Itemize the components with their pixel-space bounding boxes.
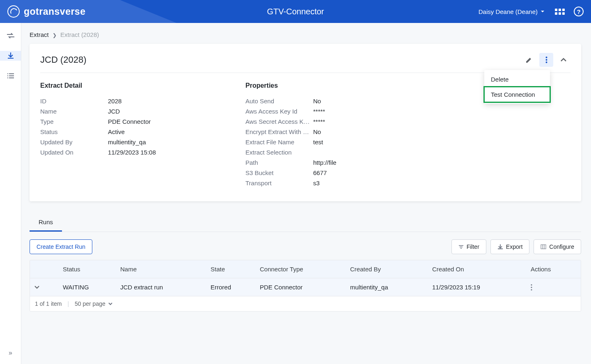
menu-item-delete[interactable]: Delete (484, 72, 550, 87)
table-row[interactable]: WAITING JCD extract run Errored PDE Conn… (30, 278, 581, 296)
breadcrumb: Extract ❯ Extract (2028) (30, 31, 581, 38)
chevron-down-icon (108, 302, 113, 305)
runs-table: Status Name State Connector Type Created… (30, 260, 581, 312)
help-icon[interactable]: ? (574, 7, 584, 16)
item-count: 1 of 1 item (35, 300, 62, 307)
brand-wedge: gotransverse (0, 0, 176, 23)
svg-point-2 (545, 61, 547, 63)
cell-connector-type: PDE Connector (256, 284, 346, 291)
cell-created-on: 11/29/2023 15:19 (428, 284, 527, 291)
property-row: Aws Access Key Id***** (245, 106, 418, 116)
detail-row: TypePDE Connector (40, 116, 213, 127)
svg-point-4 (531, 284, 532, 285)
extract-card: JCD (2028) Delete Test Connection (30, 44, 581, 201)
property-row: Aws Secret Access K…***** (245, 116, 418, 127)
collapse-button[interactable] (557, 53, 570, 67)
pencil-icon (525, 56, 533, 64)
svg-rect-3 (541, 245, 546, 249)
sidebar-item-list[interactable] (6, 72, 15, 80)
table-header: Status Name State Connector Type Created… (30, 260, 581, 278)
cell-actions[interactable] (527, 284, 568, 291)
cell-status: WAITING (59, 284, 116, 291)
col-status[interactable]: Status (59, 266, 116, 273)
col-actions: Actions (527, 266, 568, 273)
filter-button[interactable]: Filter (451, 239, 486, 254)
properties-heading: Properties (245, 82, 418, 89)
extract-detail-heading: Extract Detail (40, 82, 213, 89)
topbar-right: Daisy Deane (Deane) ? (479, 7, 584, 16)
card-actions: Delete Test Connection (522, 53, 570, 67)
col-connector-type[interactable]: Connector Type (256, 266, 346, 273)
property-row: Transports3 (245, 178, 418, 188)
brand-name: gotransverse (24, 6, 85, 17)
caret-down-icon (539, 8, 546, 15)
chevron-up-icon (560, 57, 567, 62)
property-row: Pathhttp://file (245, 157, 418, 168)
breadcrumb-root[interactable]: Extract (30, 31, 49, 38)
user-menu[interactable]: Daisy Deane (Deane) (479, 8, 546, 15)
filter-icon (458, 245, 464, 249)
col-created-on[interactable]: Created On (428, 266, 527, 273)
actions-menu: Delete Test Connection (484, 70, 550, 104)
property-row: Extract Selection (245, 147, 418, 157)
col-created-by[interactable]: Created By (346, 266, 428, 273)
main-content: Extract ❯ Extract (2028) JCD (2028) (21, 23, 591, 364)
svg-point-1 (545, 59, 547, 61)
export-button[interactable]: Export (490, 239, 529, 254)
download-icon (497, 244, 503, 250)
detail-row: Updated On11/29/2023 15:08 (40, 147, 213, 157)
property-row: Extract File Nametest (245, 137, 418, 147)
sidebar-item-transfers[interactable] (6, 32, 15, 39)
cell-name: JCD extract run (116, 284, 206, 291)
top-bar: gotransverse GTV-Connector Daisy Deane (… (0, 0, 591, 23)
sidebar-item-extracts[interactable] (0, 51, 21, 61)
per-page-selector[interactable]: 50 per page (75, 300, 113, 307)
col-name[interactable]: Name (116, 266, 206, 273)
row-expand-toggle[interactable] (30, 285, 59, 289)
card-header: JCD (2028) Delete Test Connection (40, 53, 570, 73)
chevron-right-icon: ❯ (53, 32, 57, 38)
card-title: JCD (2028) (40, 55, 86, 65)
svg-point-6 (531, 289, 532, 290)
svg-point-5 (531, 287, 532, 288)
properties-column: Properties Auto SendNo Aws Access Key Id… (245, 82, 418, 188)
detail-row: ID2028 (40, 96, 213, 106)
edit-button[interactable] (522, 53, 536, 67)
columns-icon (541, 244, 546, 249)
tab-runs[interactable]: Runs (30, 213, 62, 232)
detail-row: Updated Bymultientity_qa (40, 137, 213, 147)
sidebar-expand-icon[interactable]: » (9, 349, 12, 357)
separator: | (67, 300, 69, 307)
col-state[interactable]: State (206, 266, 256, 273)
property-row: Auto SendNo (245, 96, 418, 106)
detail-row: StatusActive (40, 127, 213, 137)
user-name: Daisy Deane (Deane) (479, 8, 538, 15)
extract-detail-column: Extract Detail ID2028 NameJCD TypePDE Co… (40, 82, 213, 188)
cell-created-by: multientity_qa (346, 284, 428, 291)
breadcrumb-current: Extract (2028) (60, 31, 99, 38)
svg-point-0 (545, 57, 547, 58)
chevron-down-icon (34, 285, 40, 289)
property-row: Encrypt Extract With …No (245, 127, 418, 137)
cell-state: Errored (206, 284, 256, 291)
tabs: Runs (30, 213, 581, 232)
configure-button[interactable]: Configure (534, 239, 581, 254)
runs-toolbar: Create Extract Run Filter Export Configu… (30, 239, 581, 254)
kebab-icon (545, 56, 547, 64)
app-title: GTV-Connector (267, 7, 324, 16)
more-actions-button[interactable] (539, 53, 553, 67)
create-extract-run-button[interactable]: Create Extract Run (30, 239, 92, 254)
menu-item-test-connection[interactable]: Test Connection (484, 87, 550, 102)
sidebar: » (0, 23, 21, 364)
table-footer: 1 of 1 item | 50 per page (30, 296, 581, 311)
apps-grid-icon[interactable] (555, 9, 565, 15)
detail-row: NameJCD (40, 106, 213, 116)
brand-logo-icon (7, 5, 20, 18)
kebab-icon (531, 284, 532, 291)
property-row: S3 Bucket6677 (245, 168, 418, 178)
